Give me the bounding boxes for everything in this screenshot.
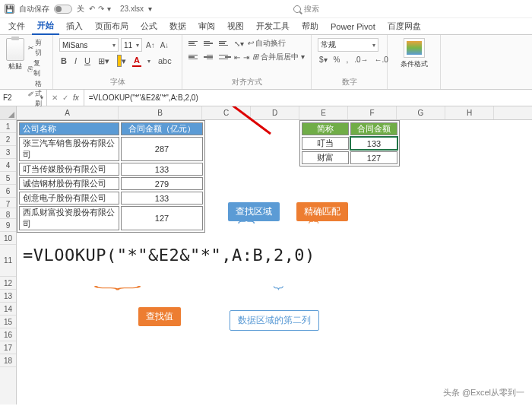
comma-icon[interactable]: , bbox=[344, 55, 350, 65]
align-right-icon[interactable] bbox=[219, 52, 231, 62]
cell[interactable]: 叮当传媒股份有限公司 bbox=[19, 163, 119, 176]
row-header[interactable]: 16 bbox=[0, 328, 16, 341]
align-middle-icon[interactable] bbox=[204, 38, 216, 49]
tab-help[interactable]: 帮助 bbox=[296, 18, 324, 34]
search-box[interactable]: 搜索 bbox=[293, 4, 319, 14]
font-size-select[interactable]: 11▾ bbox=[121, 38, 142, 52]
font-color-button[interactable]: A bbox=[132, 55, 141, 67]
indent-increase-icon[interactable]: ⇥ bbox=[243, 53, 249, 62]
cell[interactable]: 西瓜财富投资股份有限公司 bbox=[19, 206, 119, 230]
save-icon[interactable]: 💾 bbox=[5, 4, 14, 14]
cell[interactable]: 诚信钢材股份有限公司 bbox=[19, 177, 119, 190]
tab-review[interactable]: 审阅 bbox=[193, 18, 220, 34]
italic-button[interactable]: I bbox=[73, 56, 78, 66]
align-top-icon[interactable] bbox=[188, 38, 201, 49]
cell[interactable]: 张三汽车销售股份有限公司 bbox=[19, 137, 119, 161]
row-header[interactable]: 10 bbox=[0, 232, 16, 245]
row-header[interactable]: 13 bbox=[0, 290, 16, 303]
col-header[interactable]: H bbox=[445, 106, 494, 119]
cell[interactable]: 133 bbox=[121, 163, 203, 176]
redo-icon[interactable]: ↷ bbox=[98, 5, 104, 13]
wrap-text-button[interactable]: 自动换行 bbox=[247, 38, 286, 49]
col-header[interactable]: G bbox=[397, 106, 445, 119]
indent-decrease-icon[interactable]: ⇤ bbox=[234, 53, 240, 62]
row-header[interactable]: 3 bbox=[0, 146, 16, 159]
cut-button[interactable]: 剪切 bbox=[27, 38, 46, 58]
cell[interactable]: 127 bbox=[121, 206, 203, 230]
number-format-select[interactable]: 常规▾ bbox=[318, 38, 378, 52]
cell[interactable]: 287 bbox=[121, 137, 203, 161]
cell[interactable]: 创意电子股份有限公司 bbox=[19, 192, 119, 205]
row-header[interactable]: 5 bbox=[0, 172, 16, 185]
font-name-select[interactable]: MiSans▾ bbox=[59, 38, 119, 52]
autosave-toggle[interactable] bbox=[54, 5, 72, 14]
tab-powerpivot[interactable]: Power Pivot bbox=[325, 20, 381, 33]
tab-insert[interactable]: 插入 bbox=[61, 18, 88, 34]
col-header[interactable]: B bbox=[119, 106, 202, 119]
align-bottom-icon[interactable] bbox=[219, 38, 231, 49]
cells-area[interactable]: A B C D E F G H 公司名称 合同金额（亿元） 张三汽车销售股份有限… bbox=[17, 106, 532, 404]
conditional-format-icon[interactable] bbox=[404, 38, 425, 58]
percent-icon[interactable]: % bbox=[332, 55, 342, 65]
row-header[interactable]: 17 bbox=[0, 341, 16, 354]
table-header[interactable]: 公司名称 bbox=[19, 122, 119, 135]
decrease-font-icon[interactable]: A↓ bbox=[159, 41, 171, 49]
table-header[interactable]: 简称 bbox=[302, 122, 349, 135]
cell[interactable]: 叮当 bbox=[302, 137, 349, 150]
row-header[interactable]: 11 bbox=[0, 245, 16, 277]
bold-button[interactable]: B bbox=[59, 56, 68, 66]
format-painter-button[interactable]: 格式刷 bbox=[27, 79, 46, 109]
tab-baidupan[interactable]: 百度网盘 bbox=[382, 18, 426, 34]
align-center-icon[interactable] bbox=[204, 52, 216, 62]
increase-font-icon[interactable]: A↑ bbox=[144, 41, 157, 49]
row-header[interactable]: 7 bbox=[0, 198, 16, 208]
row-header[interactable]: 4 bbox=[0, 159, 16, 172]
col-header[interactable]: E bbox=[299, 106, 348, 119]
merge-center-button[interactable]: 合并后居中 ▾ bbox=[252, 52, 305, 62]
col-header[interactable]: C bbox=[202, 106, 251, 119]
paste-icon[interactable] bbox=[6, 38, 24, 61]
cancel-icon[interactable]: ✕ bbox=[50, 94, 59, 102]
col-header[interactable]: A bbox=[17, 106, 119, 119]
col-header[interactable]: F bbox=[348, 106, 397, 119]
phonetic-button[interactable]: abc bbox=[157, 56, 173, 66]
row-header[interactable]: 6 bbox=[0, 185, 16, 198]
undo-icon[interactable]: ↶ bbox=[89, 5, 95, 13]
fx-icon[interactable]: fx bbox=[71, 94, 81, 102]
tab-formulas[interactable]: 公式 bbox=[135, 18, 163, 34]
cell[interactable]: 133 bbox=[121, 192, 203, 205]
row-header[interactable]: 2 bbox=[0, 133, 16, 146]
border-button[interactable]: ⊞▾ bbox=[97, 56, 111, 67]
row-header[interactable]: 15 bbox=[0, 316, 16, 328]
tab-view[interactable]: 视图 bbox=[222, 18, 249, 34]
cell[interactable]: 财富 bbox=[302, 151, 349, 164]
tab-layout[interactable]: 页面布局 bbox=[90, 18, 134, 34]
col-header[interactable]: D bbox=[251, 106, 299, 119]
currency-icon[interactable]: $▾ bbox=[318, 55, 329, 65]
row-header[interactable]: 8 bbox=[0, 208, 16, 219]
row-header[interactable]: 14 bbox=[0, 303, 16, 316]
increase-decimal-icon[interactable]: .0→ bbox=[353, 55, 369, 65]
tab-data[interactable]: 数据 bbox=[164, 18, 192, 34]
tab-developer[interactable]: 开发工具 bbox=[251, 18, 295, 34]
select-all-corner[interactable] bbox=[0, 106, 16, 120]
table-header[interactable]: 合同金额（亿元） bbox=[121, 122, 203, 135]
orientation-icon[interactable]: ⤡▾ bbox=[234, 40, 244, 48]
active-cell[interactable]: 133 bbox=[350, 137, 397, 150]
tab-file[interactable]: 文件 bbox=[3, 18, 30, 34]
fill-color-button[interactable]: ▾ bbox=[116, 56, 128, 67]
cell[interactable]: 279 bbox=[121, 177, 203, 190]
row-header[interactable]: 18 bbox=[0, 354, 16, 367]
underline-button[interactable]: U bbox=[83, 56, 92, 66]
row-header[interactable]: 9 bbox=[0, 219, 16, 232]
align-left-icon[interactable] bbox=[188, 52, 201, 62]
qat-more-icon[interactable]: ▾ bbox=[107, 5, 111, 13]
confirm-icon[interactable]: ✓ bbox=[61, 94, 70, 102]
copy-button[interactable]: 复制 bbox=[27, 59, 46, 78]
file-dropdown-icon[interactable]: ▾ bbox=[148, 5, 152, 13]
formula-input[interactable]: =VLOOKUP("*"&E2&"*",A:B,2,0) bbox=[84, 94, 532, 102]
row-header[interactable]: 1 bbox=[0, 120, 16, 133]
row-header[interactable]: 12 bbox=[0, 277, 16, 290]
cell[interactable]: 127 bbox=[350, 151, 397, 164]
tab-home[interactable]: 开始 bbox=[32, 17, 59, 35]
